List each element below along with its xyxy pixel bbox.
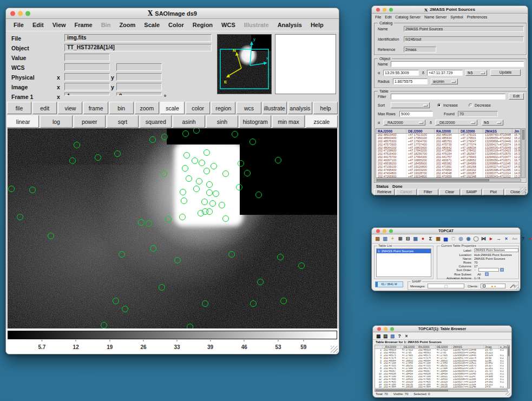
catalog-source-marker[interactable]: [198, 210, 204, 216]
zoom-button[interactable]: [389, 229, 393, 233]
catalog-source-marker[interactable]: [182, 130, 189, 137]
menu-item[interactable]: Preferences: [467, 15, 488, 19]
image-canvas[interactable]: [8, 128, 337, 328]
menu-item[interactable]: File: [9, 22, 28, 28]
catalog-source-marker[interactable]: [192, 157, 198, 164]
edit-button[interactable]: Edit: [509, 93, 524, 100]
broadcast-table-icon[interactable]: ►: [488, 235, 495, 242]
tab-button[interactable]: scale: [160, 102, 185, 114]
dialog-button[interactable]: Cancel: [396, 189, 416, 195]
filter-input[interactable]: [391, 94, 505, 100]
catalog-source-marker[interactable]: [182, 165, 188, 172]
table-browser-icon[interactable]: ▦: [435, 235, 442, 242]
zoom-button[interactable]: [390, 327, 394, 331]
close-button[interactable]: [377, 327, 381, 331]
zoom-button[interactable]: [25, 11, 30, 16]
catalog-source-marker[interactable]: [236, 184, 242, 190]
menu-item[interactable]: Edit: [28, 22, 48, 28]
catalog-source-marker[interactable]: [206, 208, 213, 215]
row-order-icon[interactable]: ▤: [382, 333, 389, 339]
tab-button[interactable]: color: [186, 102, 210, 114]
statistics-icon[interactable]: Σ: [427, 235, 434, 242]
sort-column-combo[interactable]: [391, 102, 430, 108]
catalog-source-marker[interactable]: [114, 150, 121, 157]
tab-button[interactable]: help: [313, 102, 338, 114]
tab-button[interactable]: view: [58, 102, 82, 114]
table-row[interactable]: 15202.4796447.19028202.4796447.190281329…: [375, 386, 509, 389]
tab-button[interactable]: wcs: [237, 102, 261, 114]
table-parameters-icon[interactable]: ▦: [412, 235, 419, 242]
concat-tables-icon[interactable]: ⊞: [397, 235, 404, 242]
tab-button[interactable]: edit: [32, 102, 57, 114]
sort-up-icon[interactable]: ↑: [474, 268, 476, 272]
table-list[interactable]: 1: 2MASS Point Sources: [376, 248, 431, 277]
table-list-item[interactable]: 1: 2MASS Point Sources: [377, 249, 431, 253]
menu-item[interactable]: Symbol: [450, 15, 463, 19]
close-button[interactable]: [376, 8, 380, 11]
catalog-source-marker[interactable]: [113, 298, 119, 304]
vertical-scrollbar[interactable]: [507, 345, 510, 389]
menu-item[interactable]: Analysis: [273, 22, 306, 28]
catalog-source-marker[interactable]: [29, 187, 36, 193]
dec-column-combo[interactable]: _DEJ2000: [435, 120, 477, 126]
menu-item[interactable]: WCS: [217, 22, 240, 28]
catalog-source-marker[interactable]: [211, 163, 217, 169]
tab-button[interactable]: zoom: [135, 102, 159, 114]
catalog-source-marker[interactable]: [183, 152, 190, 159]
table-row[interactable]: 202.47265900+47.19234800202.472659+47.19…: [376, 175, 520, 178]
catalog-source-marker[interactable]: [250, 300, 257, 307]
column-header[interactable]: Jmag: [484, 345, 499, 349]
object-name-input[interactable]: [391, 61, 524, 67]
combo-arrow-icon[interactable]: ▼: [500, 268, 504, 272]
dialog-button[interactable]: Clear: [439, 189, 460, 195]
column-header[interactable]: [375, 345, 383, 349]
status-record-icon[interactable]: ●: [527, 235, 532, 242]
menu-item[interactable]: Edit: [385, 15, 391, 19]
colorbar-gradient[interactable]: [8, 331, 337, 339]
dialog-button[interactable]: Retrieve: [374, 189, 395, 195]
zoom-button[interactable]: [389, 8, 393, 11]
catalog-source-marker[interactable]: [17, 214, 23, 220]
column-header[interactable]: _RAJ2000: [383, 345, 401, 349]
plot-3d-icon[interactable]: ◎: [457, 235, 464, 242]
catalog-source-marker[interactable]: [249, 139, 256, 145]
catalog-source-marker[interactable]: [187, 324, 193, 328]
combo-arrow-icon[interactable]: ▼: [485, 272, 489, 276]
activation-window-icon[interactable]: Act: [510, 235, 519, 242]
menu-item[interactable]: Bin: [97, 22, 115, 28]
catalog-source-marker[interactable]: [179, 214, 186, 220]
scale-button[interactable]: min max: [272, 115, 304, 128]
tab-button[interactable]: illustrate: [262, 102, 287, 114]
import-vo-icon[interactable]: +: [389, 235, 396, 242]
dialog-button[interactable]: Filter: [418, 189, 438, 195]
scale-button[interactable]: power: [74, 115, 106, 128]
help-icon[interactable]: ?: [396, 333, 403, 339]
catalog-source-marker[interactable]: [119, 251, 125, 258]
tab-button[interactable]: file: [7, 102, 31, 114]
close-button[interactable]: [376, 229, 380, 233]
resize-grip[interactable]: [520, 187, 527, 194]
scale-button[interactable]: zscale: [306, 115, 338, 128]
update-button[interactable]: Update: [490, 69, 521, 76]
catalog-source-marker[interactable]: [138, 219, 145, 226]
column-header[interactable]: DEJ2000: [436, 345, 452, 349]
minimize-button[interactable]: [383, 8, 386, 11]
catalog-source-marker[interactable]: [193, 186, 200, 192]
table-frame-combo[interactable]: fk5: [482, 120, 503, 126]
help-icon[interactable]: ?: [520, 235, 527, 242]
column-header[interactable]: RAJ2000: [417, 345, 436, 349]
catalog-source-marker[interactable]: [201, 199, 208, 205]
column-info-icon[interactable]: ●: [419, 235, 426, 242]
catalog-source-marker[interactable]: [206, 181, 213, 188]
column-arrangement-icon[interactable]: ▦: [375, 333, 382, 339]
coordinate-system-combo[interactable]: fk5: [465, 70, 487, 76]
ra-column-combo[interactable]: _RAJ2000: [383, 120, 425, 126]
sphere-plot-icon[interactable]: ◉: [465, 235, 472, 242]
catalog-source-marker[interactable]: [219, 202, 225, 208]
catalog-source-marker[interactable]: [228, 251, 235, 258]
catalog-source-marker[interactable]: [165, 216, 172, 222]
open-table-icon[interactable]: ▤: [374, 235, 381, 242]
catalog-source-marker[interactable]: [181, 198, 187, 204]
catalog-source-marker[interactable]: [150, 245, 156, 252]
scale-button[interactable]: log: [40, 115, 72, 128]
